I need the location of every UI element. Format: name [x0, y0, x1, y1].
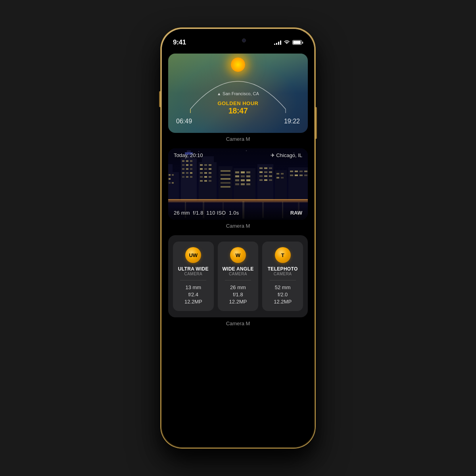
svg-rect-70 [259, 167, 263, 169]
svg-rect-8 [168, 164, 173, 172]
phone-screen: 9:41 [162, 29, 314, 447]
sunset-time: 19:22 [284, 118, 300, 125]
svg-rect-25 [186, 168, 188, 170]
svg-rect-48 [204, 180, 207, 182]
wide-angle-name: WIDE ANGLE CAMERA [222, 266, 253, 276]
photo-location: ✈ Chicago, IL [271, 152, 302, 158]
photo-format: RAW [290, 210, 302, 216]
svg-rect-31 [186, 176, 188, 178]
camera-grid: UW ULTRA WIDE CAMERA 13 mm f/2.4 12.2MP [173, 242, 303, 311]
svg-rect-30 [182, 176, 184, 178]
svg-rect-95 [304, 175, 307, 176]
telephoto-mp: 12.2MP [274, 299, 292, 305]
golden-hour-title: GOLDEN HOUR [218, 100, 259, 106]
wide-angle-specs: 26 mm f/1.8 12.2MP [229, 284, 247, 305]
svg-rect-36 [204, 164, 207, 166]
location-nav-icon: ✈ [271, 152, 275, 158]
svg-rect-9 [169, 174, 171, 176]
svg-rect-37 [209, 164, 211, 166]
svg-rect-28 [186, 172, 188, 174]
svg-rect-29 [190, 172, 192, 174]
svg-rect-24 [182, 168, 184, 170]
wide-angle-subtype: CAMERA [222, 272, 253, 276]
svg-rect-83 [276, 173, 279, 175]
photo-overlay-bottom: 26 mm f/1.8 110 ISO 1.0s RAW [168, 206, 308, 220]
dynamic-island [214, 34, 262, 47]
ultra-wide-type: ULTRA WIDE [178, 266, 209, 272]
signal-icon [274, 40, 281, 45]
wide-angle-aperture: f/1.8 [229, 292, 247, 298]
ultra-wide-focal: 13 mm [184, 284, 202, 290]
location-text: San Francisco, CA [223, 91, 259, 96]
svg-rect-47 [200, 180, 203, 182]
svg-rect-58 [241, 171, 245, 173]
golden-hour-time: 18:47 [218, 106, 259, 115]
camera-divider-2 [225, 280, 251, 280]
svg-rect-77 [264, 175, 267, 177]
svg-rect-85 [276, 177, 279, 178]
svg-rect-65 [246, 179, 250, 181]
svg-rect-53 [221, 178, 230, 180]
svg-rect-51 [221, 170, 230, 172]
wide-angle-type: WIDE ANGLE [222, 266, 253, 272]
svg-rect-26 [190, 168, 192, 170]
svg-rect-86 [281, 177, 284, 178]
svg-rect-35 [200, 164, 203, 166]
photo-specs: 26 mm f/1.8 110 ISO 1.0s [174, 210, 239, 216]
svg-rect-22 [186, 164, 188, 166]
sunrise-time: 06:49 [176, 118, 192, 125]
sun-circle [231, 58, 245, 72]
ultra-wide-specs: 13 mm f/2.4 12.2MP [184, 284, 202, 305]
telephoto-focal: 52 mm [274, 284, 292, 290]
svg-rect-88 [290, 171, 293, 172]
svg-rect-64 [241, 179, 245, 181]
svg-rect-42 [204, 172, 207, 174]
svg-rect-10 [172, 174, 174, 176]
telephoto-subtype: CAMERA [268, 272, 298, 276]
telephoto-aperture: f/2.0 [274, 292, 292, 298]
svg-rect-21 [182, 164, 184, 166]
svg-rect-67 [241, 183, 245, 185]
svg-rect-11 [169, 178, 171, 180]
camera-specs-widget[interactable]: UW ULTRA WIDE CAMERA 13 mm f/2.4 12.2MP [168, 235, 308, 317]
svg-rect-84 [281, 173, 284, 175]
svg-rect-57 [235, 171, 239, 173]
svg-rect-75 [269, 171, 272, 173]
telephoto-camera-card[interactable]: T TELEPHOTO CAMERA 52 mm f/2.0 12.2MP [262, 242, 303, 311]
svg-rect-27 [182, 172, 184, 174]
camera-divider-3 [270, 280, 296, 280]
photo-overlay-top: Today, 20:10 ✈ Chicago, IL [168, 148, 308, 162]
photo-widget[interactable]: Today, 20:10 ✈ Chicago, IL 26 mm f/1.8 1… [168, 148, 308, 220]
wide-angle-camera-card[interactable]: W WIDE ANGLE CAMERA 26 mm f/1.8 12.2MP [218, 242, 259, 311]
svg-rect-91 [304, 171, 307, 172]
svg-rect-13 [172, 182, 174, 184]
photo-date: Today, 20:10 [174, 152, 203, 158]
svg-rect-12 [169, 182, 171, 184]
svg-rect-78 [269, 175, 272, 177]
svg-rect-74 [264, 171, 267, 173]
svg-rect-73 [259, 171, 263, 173]
svg-rect-39 [204, 168, 207, 170]
svg-rect-68 [246, 183, 250, 185]
svg-rect-38 [200, 168, 203, 170]
telephoto-type: TELEPHOTO [268, 266, 298, 272]
svg-rect-32 [190, 176, 192, 178]
svg-rect-66 [235, 183, 239, 185]
svg-rect-49 [209, 180, 211, 182]
ultra-wide-name: ULTRA WIDE CAMERA [178, 266, 209, 276]
wide-angle-badge: W [230, 247, 246, 263]
ultra-wide-camera-card[interactable]: UW ULTRA WIDE CAMERA 13 mm f/2.4 12.2MP [173, 242, 214, 311]
svg-rect-52 [221, 174, 230, 176]
svg-rect-59 [246, 171, 250, 173]
svg-rect-45 [204, 176, 207, 178]
widget-2-label: Camera M [226, 223, 250, 229]
scroll-content[interactable]: ▲ San Francisco, CA GOLDEN HOUR 18:47 06… [162, 50, 314, 447]
wide-angle-mp: 12.2MP [229, 299, 247, 305]
front-camera [242, 38, 246, 42]
svg-rect-44 [200, 176, 203, 178]
svg-rect-89 [295, 171, 298, 172]
wifi-icon [284, 39, 290, 46]
svg-rect-71 [264, 167, 267, 169]
widget-1-label: Camera M [226, 136, 250, 142]
golden-hour-widget[interactable]: ▲ San Francisco, CA GOLDEN HOUR 18:47 06… [168, 54, 308, 133]
